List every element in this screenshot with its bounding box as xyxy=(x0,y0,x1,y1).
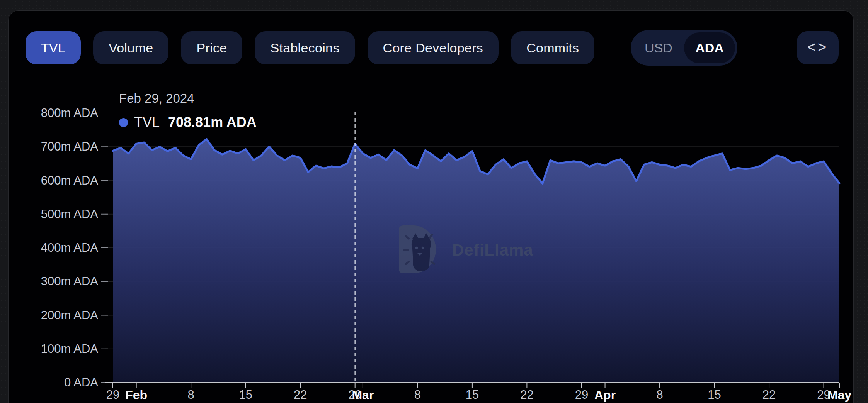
chart-toolbar: TVLVolumePriceStablecoinsCore Developers… xyxy=(26,30,839,66)
code-brackets-icon: <> xyxy=(807,39,828,56)
tooltip-series-value: 708.81m ADA xyxy=(168,114,257,130)
metric-button-price[interactable]: Price xyxy=(181,31,242,64)
toggle-option-usd[interactable]: USD xyxy=(633,32,684,63)
tooltip-row: TVL 708.81m ADA xyxy=(119,114,257,130)
metric-button-core-developers[interactable]: Core Developers xyxy=(368,31,499,64)
tooltip-series-name: TVL xyxy=(134,114,160,130)
currency-toggle[interactable]: USD ADA xyxy=(631,30,737,66)
defillama-watermark: DefiLlama xyxy=(395,224,533,276)
metric-button-commits[interactable]: Commits xyxy=(511,31,594,64)
tooltip-date: Feb 29, 2024 xyxy=(119,91,257,106)
tvl-area-chart[interactable] xyxy=(9,11,854,403)
metric-button-group: TVLVolumePriceStablecoinsCore Developers… xyxy=(26,31,594,64)
embed-code-button[interactable]: <> xyxy=(797,31,839,64)
metric-button-stablecoins[interactable]: Stablecoins xyxy=(255,31,355,64)
toggle-option-ada[interactable]: ADA xyxy=(684,32,735,63)
defillama-logo-icon xyxy=(395,224,442,276)
metric-button-tvl[interactable]: TVL xyxy=(26,31,81,64)
chart-area[interactable]: 800m ADA700m ADA600m ADA500m ADA400m ADA… xyxy=(9,11,854,403)
metric-button-volume[interactable]: Volume xyxy=(93,31,168,64)
watermark-text: DefiLlama xyxy=(452,241,533,259)
chart-panel: 800m ADA700m ADA600m ADA500m ADA400m ADA… xyxy=(8,10,854,403)
chart-tooltip: Feb 29, 2024 TVL 708.81m ADA xyxy=(119,91,257,130)
series-dot-icon xyxy=(119,118,128,127)
